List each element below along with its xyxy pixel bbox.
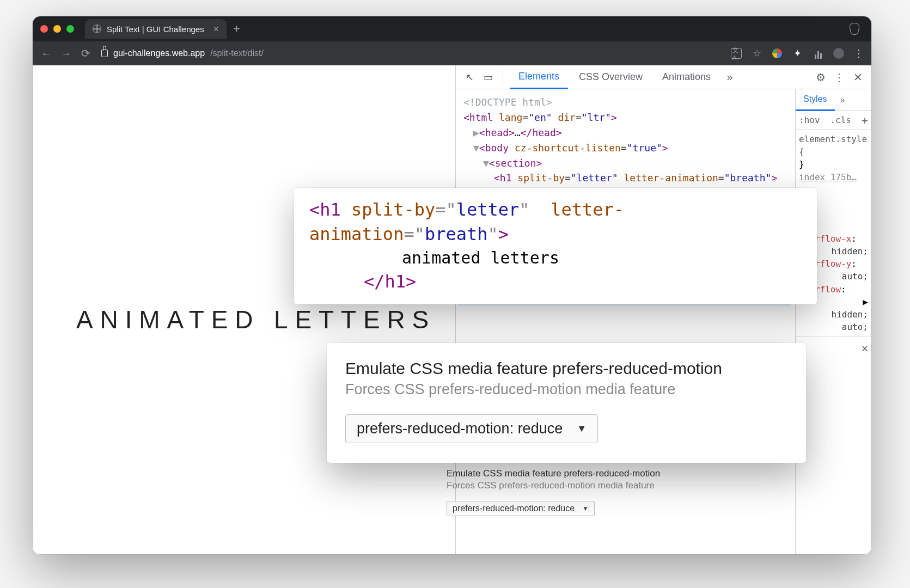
tab-animations[interactable]: Animations xyxy=(654,65,719,89)
dom-html-open[interactable]: <html lang="en" dir="ltr"> xyxy=(463,110,791,125)
tab-strip: Split Text | GUI Challenges × + xyxy=(33,16,871,41)
globe-icon xyxy=(93,24,101,33)
url-host: gui-challenges.web.app xyxy=(113,48,205,58)
code-line-2: animated letters xyxy=(309,247,802,270)
code-line-1: <h1 split-by="letter" letter-animation="… xyxy=(309,198,802,247)
val-hidden-2: hidden; xyxy=(799,308,868,321)
code-line-3: </h1> xyxy=(309,270,802,294)
extension-color-icon[interactable] xyxy=(772,48,782,58)
close-devtools-button[interactable] xyxy=(850,71,866,84)
inspect-element-icon[interactable] xyxy=(461,71,478,83)
minimize-window-button[interactable] xyxy=(53,25,61,33)
reload-button[interactable]: ⟳ xyxy=(78,47,93,60)
extension-icons: 文A ☆ ✦ ⋮ xyxy=(731,48,865,59)
window-controls xyxy=(40,25,74,33)
emulate-desc-bg: Forces CSS prefers-reduced-motion media … xyxy=(447,480,730,491)
browser-tab[interactable]: Split Text | GUI Challenges × xyxy=(85,19,227,39)
separator xyxy=(503,70,503,84)
profile-avatar-icon[interactable] xyxy=(833,48,844,59)
tab-title: Split Text | GUI Challenges xyxy=(107,24,207,34)
media-equalizer-icon[interactable] xyxy=(813,48,823,59)
tab-styles[interactable]: Styles xyxy=(796,89,835,111)
emulate-dropdown[interactable]: prefers-reduced-motion: reduce ▼ xyxy=(345,414,598,443)
emulate-title-bg: Emulate CSS media feature prefers-reduce… xyxy=(447,468,730,479)
browser-menu-button[interactable]: ⋮ xyxy=(854,48,865,59)
close-tab-button[interactable]: × xyxy=(213,24,219,34)
close-window-button[interactable] xyxy=(40,25,48,33)
tab-css-overview[interactable]: CSS Overview xyxy=(570,65,651,89)
url-path: /split-text/dist/ xyxy=(210,48,264,58)
rendering-emulate-row-bg: Emulate CSS media feature prefers-reduce… xyxy=(447,468,730,516)
rule-source-link[interactable]: index 175b… xyxy=(799,171,868,183)
more-tabs-icon[interactable] xyxy=(722,71,738,83)
bookmark-star-icon[interactable]: ☆ xyxy=(752,48,762,59)
new-rule-button[interactable]: + xyxy=(862,114,868,127)
dom-doctype: <!DOCTYPE html> xyxy=(463,95,791,110)
styles-close-button[interactable]: ✕ xyxy=(796,336,871,359)
device-toolbar-icon[interactable] xyxy=(480,71,496,83)
hov-toggle[interactable]: :hov xyxy=(799,115,820,125)
translate-icon[interactable]: 文A xyxy=(731,48,742,59)
toolbar: ← → ⟳ gui-challenges.web.app/split-text/… xyxy=(33,41,871,65)
dom-body-open[interactable]: ▼<body cz-shortcut-listen="true"> xyxy=(463,140,791,156)
new-tab-button[interactable]: + xyxy=(233,22,240,36)
styles-filter-row: :hov .cls + xyxy=(796,111,871,130)
address-bar[interactable]: gui-challenges.web.app/split-text/dist/ xyxy=(98,48,264,58)
dom-section-open[interactable]: ▼<section> xyxy=(463,156,791,171)
rule-brace-close: } xyxy=(799,158,868,170)
dom-h1-open[interactable]: <h1 split-by="letter" letter-animation="… xyxy=(463,170,791,186)
styles-tabs: Styles xyxy=(796,89,871,111)
forward-button[interactable]: → xyxy=(59,47,73,60)
chevron-down-icon: ▼ xyxy=(582,505,589,512)
lock-icon xyxy=(101,50,108,57)
settings-gear-icon[interactable] xyxy=(813,71,829,84)
styles-sidebar: Styles :hov .cls + element.style { } ind… xyxy=(795,89,871,554)
rendered-page: ANIMATED LETTERS xyxy=(33,65,455,554)
chevron-down-icon: ▼ xyxy=(577,423,587,434)
emulate-desc: Forces CSS prefers-reduced-motion media … xyxy=(345,381,787,398)
shield-icon[interactable] xyxy=(850,23,859,35)
callout-code-snippet: <h1 split-by="letter" letter-animation="… xyxy=(294,188,817,304)
cls-toggle[interactable]: .cls xyxy=(830,115,851,125)
rule-selector: element.style { xyxy=(799,133,868,158)
maximize-window-button[interactable] xyxy=(66,25,74,33)
callout-emulate: Emulate CSS media feature prefers-reduce… xyxy=(327,343,806,463)
emulate-dropdown-value-bg: prefers-reduced-motion: reduce xyxy=(453,504,575,513)
back-button[interactable]: ← xyxy=(39,47,53,60)
extensions-puzzle-icon[interactable]: ✦ xyxy=(792,48,803,59)
emulate-title: Emulate CSS media feature prefers-reduce… xyxy=(345,359,787,378)
emulate-dropdown-bg[interactable]: prefers-reduced-motion: reduce ▼ xyxy=(447,501,595,516)
tab-elements[interactable]: Elements xyxy=(510,65,568,89)
emulate-dropdown-value: prefers-reduced-motion: reduce xyxy=(357,420,563,437)
devtools-toolbar: Elements CSS Overview Animations ⋮ xyxy=(456,65,871,89)
devtools-menu-button[interactable]: ⋮ xyxy=(831,71,847,84)
page-heading: ANIMATED LETTERS xyxy=(76,305,436,334)
val-auto-2: auto; xyxy=(799,321,868,333)
dom-head[interactable]: ▶<head>…</head> xyxy=(463,125,791,140)
more-styles-tabs-icon[interactable] xyxy=(835,95,851,105)
